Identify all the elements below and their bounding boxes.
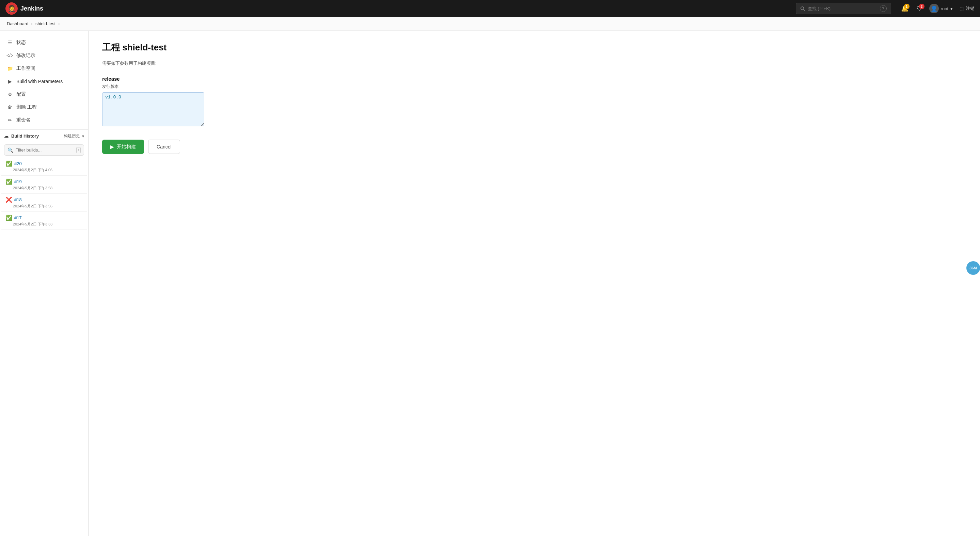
- svg-point-0: [800, 7, 803, 10]
- build-date-20: 2024年5月2日 下午4:06: [5, 167, 83, 173]
- header: 🤵 Jenkins ? 🔔 1 🛡 2 👤 root ▾ ⬚ 注销: [0, 0, 980, 17]
- gear-icon: ⚙: [7, 91, 13, 97]
- breadcrumb-shield-test[interactable]: shield-test: [35, 21, 56, 26]
- build-date-19: 2024年5月2日 下午3:58: [5, 186, 83, 191]
- sidebar-item-config[interactable]: ⚙ 配置: [0, 88, 88, 101]
- sidebar: ☰ 状态 </> 修改记录 📁 工作空间 ▶ Build with Parame…: [0, 31, 89, 536]
- main-layout: ☰ 状态 </> 修改记录 📁 工作空间 ▶ Build with Parame…: [0, 31, 980, 536]
- sidebar-item-build-with-params[interactable]: ▶ Build with Parameters: [0, 75, 88, 88]
- start-icon: ▶: [110, 144, 114, 150]
- breadcrumb-dashboard[interactable]: Dashboard: [7, 21, 29, 26]
- sidebar-label-changes: 修改记录: [16, 52, 35, 59]
- cancel-button[interactable]: Cancel: [148, 140, 180, 154]
- sidebar-label-config: 配置: [16, 91, 26, 97]
- param-block: release 发行版本 v1.0.0: [102, 76, 966, 127]
- build-link-17[interactable]: #17: [14, 215, 22, 220]
- breadcrumb-sep-2: ›: [58, 21, 60, 26]
- main-content: 工程 shield-test 需要如下参数用于构建项目: release 发行版…: [89, 31, 980, 536]
- logout-button[interactable]: ⬚ 注销: [959, 5, 975, 11]
- build-item-19: ✅ #19 2024年5月2日 下午3:58: [2, 176, 87, 194]
- search-icon: [800, 6, 805, 11]
- cloud-icon: ☁: [4, 134, 8, 138]
- build-item-17: ✅ #17 2024年5月2日 下午3:33: [2, 212, 87, 230]
- filter-slash-shortcut: /: [76, 147, 81, 153]
- logout-label: 注销: [966, 5, 975, 11]
- user-dropdown-icon: ▾: [950, 6, 953, 11]
- build-link-20[interactable]: #20: [14, 161, 22, 166]
- sidebar-item-changes[interactable]: </> 修改记录: [0, 49, 88, 62]
- param-value-input[interactable]: v1.0.0: [102, 92, 204, 126]
- param-name-label: release: [102, 76, 966, 82]
- history-dropdown-icon: ▾: [82, 134, 84, 138]
- sidebar-label-delete: 删除 工程: [16, 104, 37, 110]
- build-date-17: 2024年5月2日 下午3:33: [5, 222, 83, 227]
- jenkins-logo-icon: 🤵: [5, 2, 18, 14]
- filter-builds-input[interactable]: [4, 145, 84, 156]
- build-status-success-19: ✅: [5, 178, 12, 185]
- build-date-18: 2024年5月2日 下午3:56: [5, 204, 83, 209]
- jenkins-title: Jenkins: [21, 5, 43, 12]
- sidebar-item-delete[interactable]: 🗑 删除 工程: [0, 101, 88, 114]
- build-item-top-17: ✅ #17: [5, 215, 83, 221]
- history-label: 构建历史: [64, 133, 80, 139]
- build-item-top-19: ✅ #19: [5, 178, 83, 185]
- bell-badge: 1: [904, 4, 910, 9]
- jenkins-logo-link[interactable]: 🤵 Jenkins: [5, 2, 43, 14]
- build-status-fail-18: ❌: [5, 197, 12, 203]
- filter-input-wrap: 🔍 /: [0, 142, 88, 157]
- build-history-title-group: ☁ Build History: [4, 134, 39, 138]
- breadcrumb-sep-1: ›: [31, 21, 33, 26]
- page-subtitle: 需要如下参数用于构建项目:: [102, 60, 966, 67]
- build-list: ✅ #20 2024年5月2日 下午4:06 ✅ #19 2024年5月2日 下…: [0, 157, 88, 230]
- filter-search-icon: 🔍: [8, 148, 13, 153]
- folder-icon: 📁: [7, 65, 13, 72]
- actions-bar: ▶ 开始构建 Cancel: [102, 140, 966, 154]
- build-history-title: Build History: [11, 134, 39, 138]
- build-item-20: ✅ #20 2024年5月2日 下午4:06: [2, 157, 87, 176]
- play-icon: ▶: [7, 78, 13, 84]
- sidebar-label-workspace: 工作空间: [16, 65, 35, 72]
- shield-notification-button[interactable]: 🛡 2: [914, 3, 925, 14]
- username-label: root: [941, 6, 948, 11]
- start-build-button[interactable]: ▶ 开始构建: [102, 140, 144, 154]
- sidebar-label-rename: 重命名: [16, 117, 31, 123]
- sidebar-item-rename[interactable]: ✏ 重命名: [0, 114, 88, 127]
- build-history-header: ☁ Build History 构建历史 ▾: [0, 129, 88, 142]
- search-input[interactable]: [808, 6, 877, 11]
- doc-icon: ☰: [7, 40, 13, 46]
- code-icon: </>: [7, 52, 13, 59]
- svg-line-1: [803, 10, 805, 11]
- build-status-success-20: ✅: [5, 161, 12, 167]
- floating-badge[interactable]: 36M: [966, 261, 980, 275]
- bell-notification-button[interactable]: 🔔 1: [899, 3, 910, 14]
- trash-icon: 🗑: [7, 104, 13, 110]
- header-icons: 🔔 1 🛡 2 👤 root ▾ ⬚ 注销: [899, 3, 975, 14]
- param-desc-label: 发行版本: [102, 84, 966, 89]
- build-item-18: ❌ #18 2024年5月2日 下午3:56: [2, 194, 87, 212]
- build-item-top-20: ✅ #20: [5, 161, 83, 167]
- start-label: 开始构建: [117, 144, 136, 150]
- sidebar-label-status: 状态: [16, 40, 26, 46]
- sidebar-item-workspace[interactable]: 📁 工作空间: [0, 62, 88, 75]
- search-bar[interactable]: ?: [796, 3, 891, 14]
- build-link-18[interactable]: #18: [14, 197, 22, 202]
- logout-icon: ⬚: [959, 6, 964, 11]
- build-item-top-18: ❌ #18: [5, 197, 83, 203]
- sidebar-item-status[interactable]: ☰ 状态: [0, 36, 88, 49]
- shield-badge: 2: [919, 4, 924, 9]
- pencil-icon: ✏: [7, 117, 13, 123]
- breadcrumb: Dashboard › shield-test ›: [0, 17, 980, 31]
- build-link-19[interactable]: #19: [14, 179, 22, 184]
- user-avatar-icon: 👤: [929, 4, 939, 13]
- sidebar-label-build-params: Build with Parameters: [16, 79, 63, 84]
- build-history-history-link[interactable]: 构建历史 ▾: [64, 133, 84, 139]
- user-menu[interactable]: 👤 root ▾: [929, 4, 953, 13]
- search-help-icon[interactable]: ?: [880, 5, 887, 12]
- build-status-success-17: ✅: [5, 215, 12, 221]
- page-title: 工程 shield-test: [102, 41, 966, 54]
